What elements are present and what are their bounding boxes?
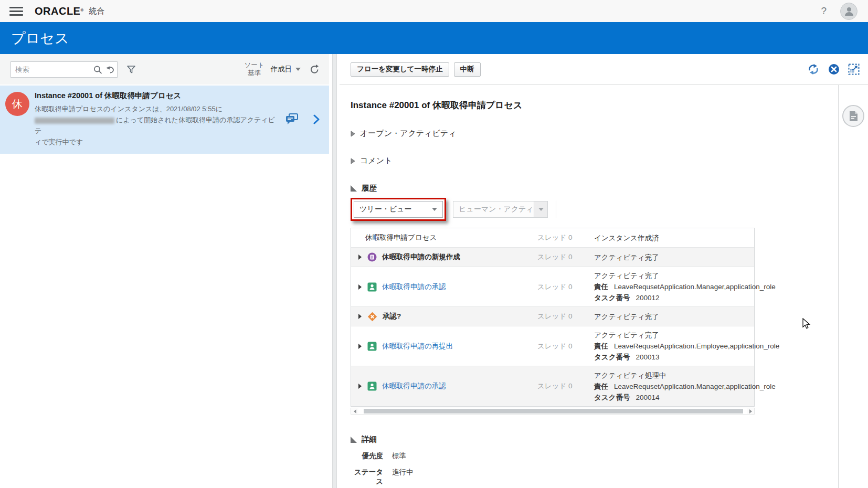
- dropdown-caret-icon: [432, 208, 437, 211]
- responsibility-value: LeaveRequsetApplication.Manager,applicat…: [614, 281, 776, 292]
- detail-toolbar: フローを変更して一時停止 中断: [340, 54, 868, 84]
- section-label: 履歴: [362, 183, 377, 193]
- task-number-value: 200014: [636, 392, 659, 403]
- search-icon[interactable]: [93, 66, 102, 75]
- alter-flow-suspend-button[interactable]: フローを変更して一時停止: [351, 62, 449, 77]
- priority-label: 優先度: [351, 451, 383, 461]
- activity-filter-dropdown[interactable]: ヒューマン・アクティビテ: [453, 201, 548, 218]
- table-row[interactable]: 承認? スレッド 0 アクティビティ完了: [351, 307, 754, 326]
- section-details[interactable]: 詳細: [351, 434, 838, 444]
- brand-text: ORACLE: [35, 5, 80, 17]
- sort-caret-icon: [295, 68, 301, 71]
- comment-icon[interactable]: [285, 113, 299, 125]
- panel-splitter[interactable]: [329, 54, 340, 488]
- scroll-right-icon[interactable]: [747, 409, 754, 413]
- responsibility-value: LeaveRequsetApplication.Manager,applicat…: [614, 381, 776, 392]
- help-icon[interactable]: ?: [821, 5, 827, 17]
- task-number-label: タスク番号: [594, 392, 630, 403]
- table-row[interactable]: 休暇取得申請の再提出 スレッド 0 アクティビティ完了 責任LeaveRequs…: [351, 326, 754, 366]
- row-status: アクティビティ処理中: [594, 370, 768, 381]
- chevron-right-icon[interactable]: [313, 114, 320, 124]
- row-label: 休暇取得申請プロセス: [365, 233, 437, 242]
- abort-icon[interactable]: [828, 63, 840, 75]
- row-thread: スレッド 0: [537, 307, 587, 326]
- refresh-icon[interactable]: [310, 65, 320, 74]
- divider: [556, 200, 556, 218]
- history-view-value: ツリー・ビュー: [359, 205, 411, 214]
- expand-row-icon[interactable]: [358, 284, 362, 290]
- undo-icon[interactable]: [106, 66, 115, 74]
- script-task-icon: [367, 252, 377, 262]
- table-row[interactable]: 休暇取得申請の承認 スレッド 0 アクティビティ完了 責任LeaveRequse…: [351, 267, 754, 307]
- section-comments[interactable]: コメント: [351, 156, 838, 166]
- oracle-logo: ORACLE®: [35, 5, 83, 17]
- row-status: アクティビティ完了: [594, 330, 772, 341]
- sort-field-dropdown[interactable]: 作成日: [271, 65, 301, 74]
- table-row[interactable]: 休暇取得申請の新規作成 スレッド 0 アクティビティ完了: [351, 248, 754, 267]
- section-label: コメント: [360, 156, 392, 166]
- expand-row-icon[interactable]: [358, 254, 362, 260]
- expanded-triangle-icon: [351, 437, 357, 443]
- row-thread: スレッド 0: [537, 267, 587, 306]
- horizontal-scrollbar[interactable]: [351, 408, 755, 415]
- task-number-label: タスク番号: [594, 292, 630, 303]
- status-value: 進行中: [392, 468, 414, 486]
- activity-filter-value: ヒューマン・アクティビテ: [453, 201, 534, 218]
- status-label: ステータス: [351, 468, 383, 486]
- history-view-dropdown[interactable]: ツリー・ビュー: [354, 201, 443, 218]
- detail-content: Instance #20001 of 休暇取得申請プロセス オープン・アクティビ…: [340, 85, 838, 488]
- table-row[interactable]: 休暇取得申請の承認 スレッド 0 アクティビティ処理中 責任LeaveRequs…: [351, 366, 754, 406]
- row-status: アクティビティ完了: [594, 270, 768, 281]
- priority-value: 標準: [392, 451, 406, 461]
- section-history[interactable]: 履歴: [351, 183, 838, 193]
- activity-filter-caret-button[interactable]: [534, 201, 548, 218]
- row-status: アクティビティ完了: [594, 311, 749, 322]
- scrollbar-thumb[interactable]: [364, 409, 743, 413]
- dropdown-caret-icon: [538, 208, 544, 211]
- right-rail: [838, 85, 868, 488]
- page-banner: プロセス: [0, 22, 868, 54]
- app-window: ORACLE® 統合 ? プロセス: [0, 0, 868, 488]
- instance-avatar: 休: [5, 92, 29, 116]
- section-open-activities[interactable]: オープン・アクティビティ: [351, 129, 838, 139]
- expand-row-icon[interactable]: [358, 313, 362, 320]
- row-label-link[interactable]: 休暇取得申請の承認: [382, 381, 446, 391]
- audit-icon[interactable]: [842, 105, 864, 127]
- page-title: プロセス: [11, 29, 69, 48]
- task-number-value: 200012: [636, 292, 659, 303]
- scroll-left-icon[interactable]: [351, 409, 358, 413]
- expand-icon[interactable]: [848, 63, 860, 75]
- list-toolbar: ソート 基準 作成日: [0, 54, 329, 84]
- section-label: オープン・アクティビティ: [360, 129, 457, 139]
- filter-icon[interactable]: [127, 66, 135, 73]
- row-thread: スレッド 0: [537, 248, 587, 267]
- instance-detail-panel: フローを変更して一時停止 中断: [340, 54, 868, 488]
- instance-description: 休暇取得申請プロセスのインスタンスは、2021/08/02 5:55に によって…: [35, 103, 280, 147]
- responsibility-label: 責任: [594, 381, 608, 392]
- responsibility-value: LeaveRequsetApplication.Employee,applica…: [614, 341, 779, 352]
- task-number-value: 200013: [636, 352, 659, 363]
- expand-row-icon[interactable]: [358, 343, 362, 349]
- row-label-link[interactable]: 休暇取得申請の承認: [382, 282, 446, 292]
- row-status: アクティビティ完了: [594, 252, 749, 263]
- sync-icon[interactable]: [807, 63, 820, 75]
- sort-by-label: ソート 基準: [244, 61, 264, 77]
- section-label: 詳細: [362, 434, 377, 444]
- instance-list-item[interactable]: 休 Instance #20001 of 休暇取得申請プロセス 休暇取得申請プロ…: [0, 86, 329, 154]
- collapsed-triangle-icon: [351, 158, 355, 164]
- instance-title: Instance #20001 of 休暇取得申請プロセス: [35, 91, 280, 101]
- task-number-label: タスク番号: [594, 352, 630, 363]
- abort-button[interactable]: 中断: [454, 62, 481, 77]
- table-row[interactable]: 休暇取得申請プロセス スレッド 0 インスタンス作成済: [351, 228, 754, 248]
- redacted-user-name: [35, 118, 114, 124]
- row-label-link[interactable]: 休暇取得申請の再提出: [382, 342, 453, 351]
- row-thread: スレッド 0: [537, 366, 587, 406]
- sort-field-value: 作成日: [271, 65, 292, 74]
- expand-row-icon[interactable]: [358, 383, 362, 389]
- expanded-triangle-icon: [351, 185, 357, 192]
- instance-list-panel: ソート 基準 作成日 休 Instance #20001 of 休暇取得申請プロ…: [0, 54, 329, 488]
- hamburger-menu-icon[interactable]: [9, 7, 23, 16]
- avatar[interactable]: [840, 3, 858, 20]
- human-task-icon: [367, 381, 377, 391]
- responsibility-label: 責任: [594, 281, 608, 292]
